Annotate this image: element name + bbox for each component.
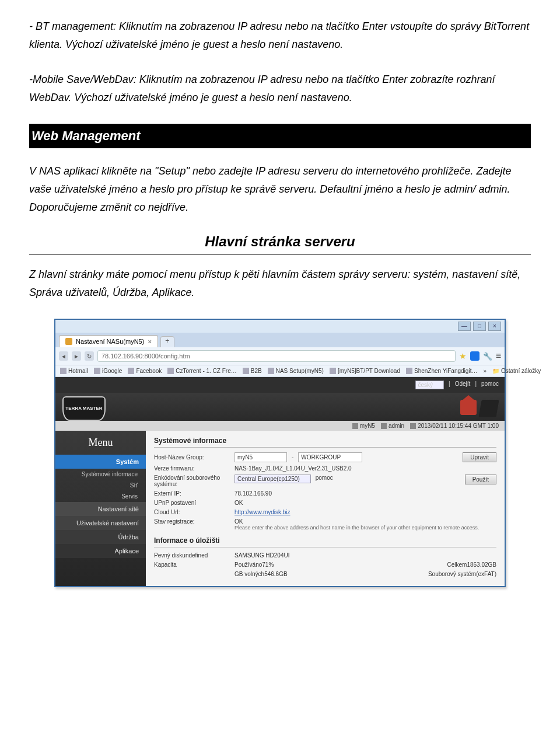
- sidebar-item-apps[interactable]: Aplikace: [55, 544, 146, 558]
- sidebar-item-users[interactable]: Uživatelské nastavení: [55, 516, 146, 530]
- apply-button[interactable]: Použít: [465, 475, 496, 484]
- capacity-total: Celkem1863.02GB: [447, 561, 497, 568]
- brand-logo: TERRA MASTER: [62, 396, 106, 421]
- browser-menu-icon[interactable]: ≡: [496, 351, 501, 361]
- reload-icon[interactable]: ↻: [85, 351, 94, 361]
- edit-button[interactable]: Upravit: [463, 452, 496, 462]
- sidebar: Menu Systém Systémové informace Síť Serv…: [55, 431, 146, 586]
- sidebar-sub-service[interactable]: Servis: [55, 491, 146, 502]
- capacity-free: GB volných546.6GB: [235, 571, 424, 577]
- row-ip: Externí IP: 78.102.166.90: [154, 490, 496, 497]
- help-link[interactable]: pomoc: [481, 381, 499, 389]
- sidebar-item-network[interactable]: Nastavení sítě: [55, 502, 146, 516]
- reg-value: OK: [235, 518, 496, 525]
- workgroup-input[interactable]: WORKGROUP: [298, 452, 362, 462]
- row-disk: Pevný diskundefined SAMSUNG HD204UI: [154, 552, 496, 559]
- extension-icon[interactable]: [470, 351, 480, 361]
- panel-divider: [154, 447, 496, 448]
- logout-link[interactable]: Odejít: [455, 381, 471, 389]
- home-icon[interactable]: [460, 400, 477, 415]
- address-bar-row: ◄ ► ↻ 78.102.166.90:8000/config.htm ★ 🔧 …: [55, 347, 505, 365]
- hero-icons: [460, 400, 498, 421]
- screenshot-browser-window: — □ × Nastavení NASu(myN5) × + ◄ ► ↻ 78.…: [54, 319, 506, 587]
- bookmark-item[interactable]: NAS Setup(myN5): [268, 368, 324, 374]
- encoding-select[interactable]: Central Europe(cp1250): [235, 475, 311, 483]
- clock-icon: [410, 423, 416, 429]
- language-select[interactable]: český: [415, 381, 444, 389]
- window-controls: — □ ×: [55, 320, 505, 333]
- tab-favicon: [65, 338, 72, 345]
- topbar-divider: |: [449, 381, 450, 389]
- encoding-help[interactable]: pomoc: [316, 475, 333, 481]
- status-host: myN5: [352, 423, 375, 429]
- upnp-label: UPnP postavení: [154, 500, 230, 506]
- maximize-button[interactable]: □: [473, 322, 486, 331]
- bookmark-item[interactable]: B2B: [243, 368, 262, 374]
- divider: [29, 254, 531, 255]
- bookmark-item[interactable]: Hotmail: [60, 368, 88, 374]
- sidebar-sub-sysinfo[interactable]: Systémové informace: [55, 469, 146, 480]
- nas-admin-app: český | Odejít | pomoc TERRA MASTER myN5…: [55, 377, 505, 586]
- row-cloud: Cloud Url: http://www.mydisk.biz: [154, 509, 496, 515]
- section-web-mgmt: Web Management: [29, 124, 531, 148]
- url-input[interactable]: 78.102.166.90:8000/config.htm: [97, 350, 456, 362]
- disk-value: SAMSUNG HD204UI: [235, 552, 496, 559]
- other-bookmarks[interactable]: 📁Ostatní záložky: [492, 368, 541, 374]
- panel-title-storage: Informace o úložišti: [154, 536, 496, 545]
- tab-close-icon[interactable]: ×: [148, 338, 151, 345]
- topbar-divider: |: [475, 381, 477, 389]
- host-separator: -: [292, 454, 293, 461]
- panel-title-sysinfo: Systémové informace: [154, 437, 496, 445]
- tab-active[interactable]: Nastavení NASu(myN5) ×: [59, 335, 158, 347]
- user-icon: [381, 423, 387, 429]
- subtitle-mainpage: Hlavní stránka serveru: [29, 233, 531, 250]
- bookmarks-more-icon[interactable]: »: [483, 368, 487, 374]
- row-capacity-2: GB volných546.6GB Souborový systém(exFAT…: [154, 571, 496, 577]
- settings-wrench-icon[interactable]: 🔧: [483, 352, 492, 361]
- bookmark-favicon: [60, 368, 66, 374]
- bookmarks-bar: Hotmail iGoogle Facebook CzTorrent - 1. …: [55, 365, 505, 377]
- status-clock: 2013/02/11 10:15:44 GMT 1:00: [410, 423, 499, 429]
- minimize-button[interactable]: —: [458, 322, 471, 331]
- bookmark-star-icon[interactable]: ★: [459, 351, 467, 361]
- sidebar-item-maintenance[interactable]: Údržba: [55, 530, 146, 544]
- bookmark-item[interactable]: ShenZhen YiFangdigit…: [406, 368, 477, 374]
- row-host: Host-Název Group: myN5 - WORKGROUP Uprav…: [154, 452, 496, 462]
- status-user: admin: [381, 423, 404, 429]
- main-content: Systémové informace Host-Název Group: my…: [146, 431, 505, 586]
- sidebar-sub-network[interactable]: Síť: [55, 480, 146, 491]
- folder-icon: 📁: [492, 368, 499, 374]
- host-input[interactable]: myN5: [235, 452, 287, 462]
- para-bt: - BT management: Kliknutím na zobrazenou…: [29, 18, 531, 53]
- bookmark-favicon: [406, 368, 412, 374]
- back-icon[interactable]: ◄: [59, 351, 68, 361]
- new-tab-button[interactable]: +: [160, 336, 174, 347]
- sidebar-item-system[interactable]: Systém: [55, 455, 146, 469]
- para-setup: V NAS aplikaci klikněte na "Setup" nebo …: [29, 162, 531, 216]
- bookmark-favicon: [330, 368, 336, 374]
- browser-tabs: Nastavení NASu(myN5) × +: [55, 333, 505, 347]
- logo-badge: TERRA MASTER: [62, 396, 106, 421]
- para-mainpage: Z hlavní stránky máte pomocí menu přístu…: [29, 266, 531, 301]
- bookmark-item[interactable]: Facebook: [128, 368, 162, 374]
- bookmark-item[interactable]: iGoogle: [94, 368, 122, 374]
- row-encoding: Enkódování souborového systému: Central …: [154, 475, 496, 487]
- sidebar-title: Menu: [55, 437, 146, 449]
- row-upnp: UPnP postavení OK: [154, 500, 496, 506]
- bookmark-favicon: [167, 368, 174, 374]
- firmware-label: Verze firmwaru:: [154, 465, 230, 472]
- disk-icon[interactable]: [478, 400, 499, 417]
- bookmark-favicon: [94, 368, 100, 374]
- close-button[interactable]: ×: [488, 322, 501, 331]
- cloud-label: Cloud Url:: [154, 509, 230, 515]
- app-hero: TERRA MASTER: [55, 393, 505, 421]
- reg-label: Stav registrace:: [154, 518, 230, 525]
- capacity-fs: Souborový systém(exFAT): [428, 571, 496, 577]
- bookmark-item[interactable]: [myN5]BT/PT Download: [330, 368, 400, 374]
- forward-icon[interactable]: ►: [72, 351, 81, 361]
- row-capacity: Kapacita Používáno71% Celkem1863.02GB: [154, 561, 496, 568]
- cloud-url[interactable]: http://www.mydisk.biz: [235, 509, 496, 515]
- firmware-value: NAS-1Bay_J1.04Z_L1.04U_Ver2.31_USB2.0: [235, 465, 496, 472]
- bookmark-item[interactable]: CzTorrent - 1. CZ Fre…: [167, 368, 236, 374]
- app-topbar: český | Odejít | pomoc: [55, 377, 505, 393]
